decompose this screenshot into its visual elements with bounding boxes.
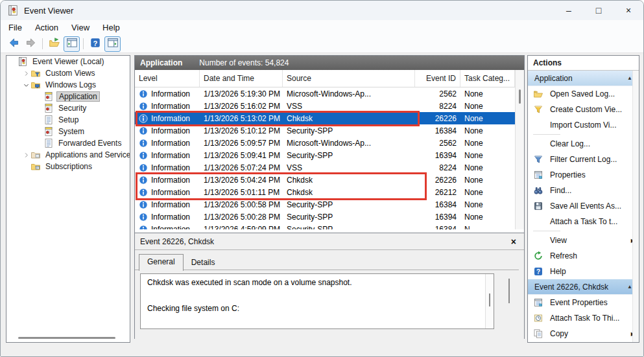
table-row[interactable]: Information1/13/2026 4:59:09 PMSecurity-… bbox=[135, 223, 515, 229]
action-clear-log[interactable]: Clear Log... bbox=[528, 136, 639, 152]
table-row[interactable]: Information1/13/2026 5:07:24 PMVSS8224No… bbox=[135, 161, 515, 174]
description-scrollbar[interactable] bbox=[485, 274, 494, 328]
table-row[interactable]: Information1/13/2026 5:04:24 PMChkdsk262… bbox=[135, 174, 515, 186]
task-category-cell: None bbox=[460, 211, 515, 223]
tree-item-system[interactable]: System bbox=[6, 126, 130, 137]
column-header-date-and-time[interactable]: Date and Time bbox=[200, 70, 283, 87]
table-row[interactable]: Information1/13/2026 5:01:11 PMChkdsk262… bbox=[135, 186, 515, 198]
action-label: Save All Events As... bbox=[550, 202, 621, 211]
actions-section-header[interactable]: Application▲ bbox=[528, 71, 639, 86]
chevron-right-icon[interactable] bbox=[22, 150, 30, 159]
tree-item-setup[interactable]: Setup bbox=[6, 114, 130, 126]
table-row[interactable]: Information1/13/2026 5:19:30 PMMicrosoft… bbox=[135, 87, 515, 100]
source-cell: VSS bbox=[283, 161, 415, 174]
tab-details[interactable]: Details bbox=[184, 255, 223, 270]
action-pane-icon bbox=[107, 37, 119, 51]
action-label: Attach a Task To t... bbox=[550, 217, 617, 226]
action-open-saved-log[interactable]: Open Saved Log... bbox=[528, 86, 639, 102]
tree-item-application[interactable]: Application bbox=[6, 91, 130, 102]
menu-item-view[interactable]: View bbox=[65, 21, 96, 34]
tree-item-subscriptions[interactable]: Subscriptions bbox=[6, 161, 130, 172]
collapse-arrow-icon[interactable]: ▲ bbox=[627, 284, 632, 290]
table-row[interactable]: Information1/13/2026 5:09:57 PMMicrosoft… bbox=[135, 137, 515, 149]
level-cell: Information bbox=[135, 161, 200, 174]
chevron-right-icon[interactable] bbox=[22, 69, 30, 78]
event-id-cell: 2562 bbox=[415, 87, 460, 100]
description-scrollbar-thumb[interactable] bbox=[489, 294, 490, 306]
toolbar-open-icon bbox=[49, 37, 60, 51]
action-event-properties[interactable]: Event Properties bbox=[528, 295, 639, 310]
event-id-cell: 26226 bbox=[415, 174, 460, 186]
detail-pane-scrollbar-thumb[interactable] bbox=[508, 279, 510, 303]
actions-panel: Actions Application▲Open Saved Log...Cre… bbox=[527, 55, 639, 343]
open-saved-log-button[interactable] bbox=[46, 36, 62, 52]
column-header-level[interactable]: Level bbox=[135, 70, 200, 87]
action-help[interactable]: ?Help bbox=[528, 264, 639, 279]
action-save-all-events-as[interactable]: Save All Events As... bbox=[528, 198, 639, 214]
table-row[interactable]: Information1/13/2026 5:00:58 PMSecurity-… bbox=[135, 198, 515, 211]
toggle-action-pane-button[interactable] bbox=[104, 36, 121, 52]
column-header-event-id[interactable]: Event ID bbox=[415, 70, 460, 87]
action-properties[interactable]: Properties bbox=[528, 167, 639, 183]
no-icon bbox=[533, 216, 543, 227]
action-filter-current-log[interactable]: Filter Current Log... bbox=[528, 152, 639, 167]
event-id-cell: 2562 bbox=[415, 137, 460, 149]
level-cell: Information bbox=[135, 223, 200, 229]
action-view[interactable]: View▶ bbox=[528, 233, 639, 248]
action-label: Open Saved Log... bbox=[550, 89, 615, 98]
column-header-source[interactable]: Source bbox=[283, 70, 415, 87]
action-import-custom-vi[interactable]: Import Custom Vi... bbox=[528, 117, 639, 133]
tree-item-custom-views[interactable]: Custom Views bbox=[6, 67, 130, 79]
table-row[interactable]: Information1/13/2026 5:09:41 PMSecurity-… bbox=[135, 149, 515, 161]
help-button[interactable]: ? bbox=[87, 36, 103, 52]
folder-logs-icon bbox=[30, 80, 41, 90]
event-id-cell: 16384 bbox=[415, 124, 460, 137]
action-create-custom-vie[interactable]: Create Custom Vie... bbox=[528, 102, 639, 117]
tree-item-applications-and-services-lo[interactable]: Applications and Services Lo bbox=[6, 149, 130, 161]
tree-item-security[interactable]: Security bbox=[6, 102, 130, 114]
create-filter-icon bbox=[533, 104, 543, 115]
action-find[interactable]: Find... bbox=[528, 183, 639, 198]
actions-section-header[interactable]: Event 26226, Chkdsk▲ bbox=[528, 279, 639, 295]
no-icon bbox=[533, 235, 543, 246]
info-icon bbox=[139, 200, 148, 209]
action-copy[interactable]: Copy▶ bbox=[528, 326, 639, 341]
menu-item-file[interactable]: File bbox=[2, 21, 29, 34]
level-text: Information bbox=[151, 188, 190, 197]
action-attach-a-task-to-t[interactable]: Attach a Task To t... bbox=[528, 214, 639, 229]
column-header-task-categ[interactable]: Task Categ... bbox=[460, 70, 515, 87]
table-row[interactable]: Information1/13/2026 5:16:02 PMVSS8224No… bbox=[135, 100, 515, 112]
tree-horizontal-scrollbar[interactable] bbox=[18, 337, 115, 339]
back-button[interactable] bbox=[5, 36, 21, 52]
menu-item-action[interactable]: Action bbox=[29, 21, 65, 34]
tree-item-windows-logs[interactable]: Windows Logs bbox=[6, 79, 130, 91]
events-scrollbar-thumb[interactable] bbox=[519, 89, 521, 104]
action-attach-task-to-thi[interactable]: Attach Task To Thi... bbox=[528, 310, 639, 326]
window-controls: – □ × bbox=[554, 1, 643, 20]
action-refresh[interactable]: Refresh bbox=[528, 248, 639, 264]
table-row[interactable]: Information1/13/2026 5:13:02 PMChkdsk262… bbox=[135, 112, 515, 124]
collapse-arrow-icon[interactable]: ▲ bbox=[627, 75, 632, 81]
event-detail-pane: Event 26226, Chkdsk × GeneralDetails Chk… bbox=[135, 233, 524, 340]
actions-scrollbar[interactable] bbox=[632, 71, 639, 342]
toolbar-separator bbox=[83, 38, 84, 49]
close-button[interactable]: × bbox=[614, 1, 643, 20]
table-row[interactable]: Information1/13/2026 5:10:12 PMSecurity-… bbox=[135, 124, 515, 137]
tree-item-forwarded-events[interactable]: Forwarded Events bbox=[6, 137, 130, 149]
tab-general[interactable]: General bbox=[139, 254, 184, 271]
chevron-down-icon[interactable] bbox=[22, 80, 30, 89]
toggle-console-tree-button[interactable] bbox=[64, 36, 80, 52]
maximize-button[interactable]: □ bbox=[584, 1, 614, 20]
events-vertical-scrollbar[interactable] bbox=[515, 70, 524, 229]
level-text: Information bbox=[151, 126, 190, 135]
level-cell: Information bbox=[135, 186, 200, 198]
task-category-cell: None bbox=[460, 186, 515, 198]
menu-item-help[interactable]: Help bbox=[96, 21, 126, 34]
event-description-line: Chkdsk was executed in scan mode on a vo… bbox=[147, 278, 487, 287]
table-row[interactable]: Information1/13/2026 5:00:28 PMSecurity-… bbox=[135, 211, 515, 223]
tree-item-event-viewer-local[interactable]: Event Viewer (Local) bbox=[6, 56, 130, 67]
action-label: Filter Current Log... bbox=[550, 155, 617, 164]
detail-pane-close-icon[interactable]: × bbox=[511, 236, 516, 247]
minimize-button[interactable]: – bbox=[554, 1, 584, 20]
forward-button[interactable] bbox=[23, 36, 39, 52]
